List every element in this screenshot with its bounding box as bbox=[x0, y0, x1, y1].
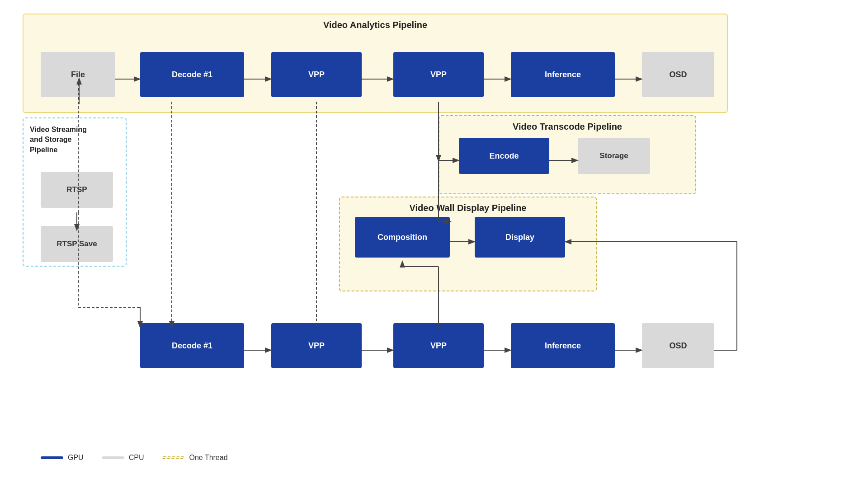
osd-bot-block: OSD bbox=[642, 323, 714, 368]
vpp1-top-block: VPP bbox=[271, 52, 362, 97]
legend: GPU CPU One Thread bbox=[41, 454, 228, 462]
legend-cpu-line bbox=[102, 456, 124, 459]
rtsp-block: RTSP bbox=[41, 172, 113, 208]
encode-block: Encode bbox=[459, 138, 549, 174]
legend-thread-line bbox=[162, 456, 184, 459]
vpp2-top-block: VPP bbox=[393, 52, 484, 97]
legend-gpu-label: GPU bbox=[68, 454, 84, 462]
file-top-block: File bbox=[41, 52, 115, 97]
diagram-container: Video Analytics Pipeline Video Streaming… bbox=[14, 9, 854, 470]
legend-thread-label: One Thread bbox=[189, 454, 227, 462]
osd-top-block: OSD bbox=[642, 52, 714, 97]
analytics-pipeline-title: Video Analytics Pipeline bbox=[24, 20, 727, 30]
analytics-pipeline-panel: Video Analytics Pipeline bbox=[23, 14, 728, 113]
wall-pipeline-title: Video Wall Display Pipeline bbox=[340, 203, 596, 213]
decode1-top-block: Decode #1 bbox=[140, 52, 244, 97]
inference-top-block: Inference bbox=[511, 52, 615, 97]
streaming-pipeline-title: Video Streamingand StoragePipeline bbox=[30, 125, 87, 155]
legend-cpu: CPU bbox=[102, 454, 144, 462]
composition-block: Composition bbox=[355, 217, 450, 258]
vpp2-bot-block: VPP bbox=[393, 323, 484, 368]
display-block: Display bbox=[475, 217, 565, 258]
legend-thread: One Thread bbox=[162, 454, 227, 462]
rtsp-save-block: RTSP Save bbox=[41, 226, 113, 262]
legend-gpu-line bbox=[41, 456, 63, 459]
transcode-pipeline-title: Video Transcode Pipeline bbox=[439, 122, 695, 132]
decode1-bot-block: Decode #1 bbox=[140, 323, 244, 368]
legend-cpu-label: CPU bbox=[129, 454, 144, 462]
inference-bot-block: Inference bbox=[511, 323, 615, 368]
storage-block: Storage bbox=[578, 138, 650, 174]
legend-gpu: GPU bbox=[41, 454, 84, 462]
vpp1-bot-block: VPP bbox=[271, 323, 362, 368]
